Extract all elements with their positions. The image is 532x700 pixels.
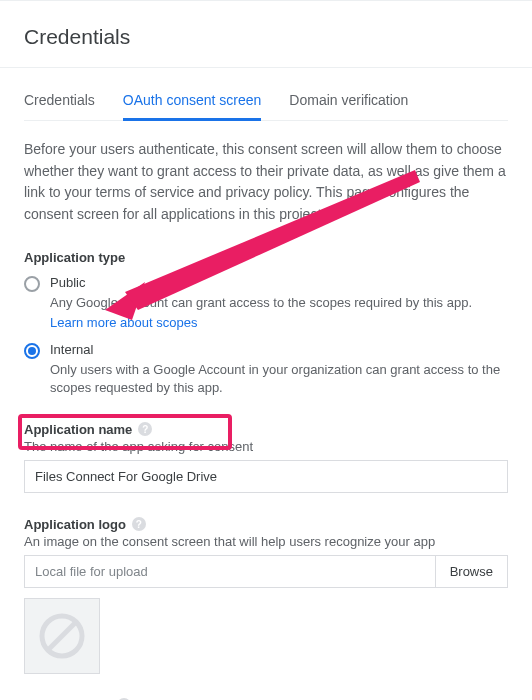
radio-public-desc: Any Google Account can grant access to t… <box>24 294 508 312</box>
radio-internal[interactable]: Internal <box>24 342 508 359</box>
radio-internal-title: Internal <box>50 342 93 357</box>
application-name-sub: The name of the app asking for consent <box>24 439 508 454</box>
tab-credentials[interactable]: Credentials <box>24 92 95 120</box>
no-image-icon <box>39 613 85 659</box>
application-name-label-text: Application name <box>24 422 132 437</box>
application-logo-file-input[interactable]: Local file for upload <box>24 555 435 588</box>
radio-internal-indicator <box>24 343 40 359</box>
application-name-label: Application name ? <box>24 422 508 437</box>
tab-oauth-consent-screen[interactable]: OAuth consent screen <box>123 92 262 120</box>
tab-bar: Credentials OAuth consent screen Domain … <box>24 92 508 121</box>
intro-text: Before your users authenticate, this con… <box>24 139 508 226</box>
application-logo-label: Application logo ? <box>24 517 508 532</box>
application-type-group: Public Any Google Account can grant acce… <box>24 275 508 398</box>
learn-more-scopes-link[interactable]: Learn more about scopes <box>24 314 508 332</box>
radio-public[interactable]: Public <box>24 275 508 292</box>
application-type-label: Application type <box>24 250 508 265</box>
browse-button[interactable]: Browse <box>435 555 508 588</box>
application-logo-label-text: Application logo <box>24 517 126 532</box>
help-icon[interactable]: ? <box>138 422 152 436</box>
application-logo-sub: An image on the consent screen that will… <box>24 534 508 549</box>
page-header: Credentials <box>0 0 532 68</box>
help-icon[interactable]: ? <box>132 517 146 531</box>
svg-line-1 <box>48 622 76 650</box>
radio-public-indicator <box>24 276 40 292</box>
radio-internal-desc: Only users with a Google Account in your… <box>24 361 508 397</box>
application-type-label-text: Application type <box>24 250 125 265</box>
application-logo-preview <box>24 598 100 674</box>
radio-public-title: Public <box>50 275 85 290</box>
page-title: Credentials <box>24 25 508 49</box>
application-name-input[interactable] <box>24 460 508 493</box>
tab-domain-verification[interactable]: Domain verification <box>289 92 408 120</box>
